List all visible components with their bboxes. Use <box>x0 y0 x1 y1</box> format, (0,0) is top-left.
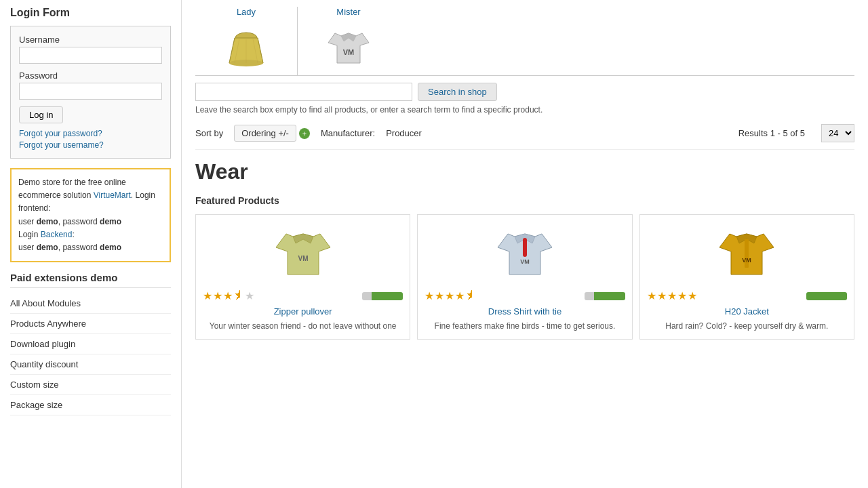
search-input[interactable] <box>195 83 412 101</box>
login-button[interactable]: Log in <box>19 106 63 123</box>
username-label: Username <box>19 35 162 45</box>
sidebar: Login Form Username Password Log in Forg… <box>0 0 182 488</box>
product-description: Fine feathers make fine birds - time to … <box>435 321 616 332</box>
sort-by-label: Sort by <box>195 128 223 138</box>
product-rating-row: ★★★⯨★ <box>203 289 403 302</box>
category-mister[interactable]: Mister VM <box>298 7 399 75</box>
forgot-password-link[interactable]: Forgot your password? <box>19 129 162 138</box>
mister-link[interactable]: Mister <box>336 7 360 17</box>
product-image: VM <box>494 222 555 283</box>
backend-link[interactable]: Backend <box>41 230 73 239</box>
star-group: ★★★★★ <box>647 289 697 302</box>
star-half: ⯨ <box>233 289 244 302</box>
demo-pw-val: demo <box>100 217 121 226</box>
password-label: Password <box>19 70 162 81</box>
manufacturer-label: Manufacturer: <box>321 128 375 138</box>
stock-bar <box>585 292 625 300</box>
star-half: ⯨ <box>465 289 476 302</box>
demo-info-box: Demo store for the free online ecommerce… <box>10 168 171 262</box>
product-description: Your winter season friend - do not leave… <box>210 321 397 332</box>
demo-pw-label: password <box>62 217 100 226</box>
products-grid: VM ★★★⯨★ Zipper pullover Your winter sea… <box>195 214 854 340</box>
star-group: ★★★★⯨ <box>425 289 476 302</box>
svg-text:VM: VM <box>343 48 355 56</box>
product-card: VM ★★★★★ H20 Jacket Hard rain? Cold? - k… <box>639 214 854 340</box>
add-ordering-button[interactable]: + <box>299 128 310 139</box>
login-links: Forgot your password? Forgot your userna… <box>19 129 162 150</box>
virtuemart-link[interactable]: VirtueMart <box>94 190 131 200</box>
manufacturer-value: Producer <box>386 128 422 138</box>
main-content: Lady Mister VM Searc <box>182 0 868 488</box>
sidebar-nav-item[interactable]: Products Anywhere <box>10 314 171 334</box>
sidebar-nav-item[interactable]: Download plugin <box>10 334 171 354</box>
product-rating-row: ★★★★★ <box>647 289 847 302</box>
login-box: Username Password Log in Forgot your pas… <box>10 26 171 159</box>
lady-link[interactable]: Lady <box>237 7 256 17</box>
ordering-group: Ordering +/- + <box>234 125 310 142</box>
product-card: VM ★★★★⯨ Dress Shirt with tie Fine feath… <box>417 214 632 340</box>
demo-backend-pw-label: password <box>62 243 100 252</box>
product-image: VM <box>273 222 334 283</box>
paid-ext-title: Paid extensions demo <box>10 272 171 288</box>
svg-rect-16 <box>523 238 527 257</box>
star-full: ★ <box>425 289 434 302</box>
stock-empty <box>585 292 594 300</box>
stock-bar <box>362 292 403 300</box>
demo-backend-colon: : <box>72 230 74 239</box>
results-count: Results 1 - 5 of 5 <box>738 128 805 138</box>
product-rating-row: ★★★★⯨ <box>425 289 625 302</box>
svg-text:VM: VM <box>298 255 308 262</box>
product-name-link[interactable]: Dress Shirt with tie <box>488 306 561 317</box>
stock-empty <box>362 292 372 300</box>
star-group: ★★★⯨★ <box>203 289 254 302</box>
product-image: VM <box>716 222 777 283</box>
star-full: ★ <box>667 289 677 302</box>
star-full: ★ <box>203 289 212 302</box>
search-hint: Leave the search box empty to find all p… <box>195 105 854 115</box>
login-form-title: Login Form <box>10 7 171 19</box>
stock-bar <box>806 292 847 300</box>
demo-backend-prefix: Login <box>18 230 41 239</box>
star-full: ★ <box>445 289 454 302</box>
sidebar-nav-item[interactable]: Quantity discount <box>10 354 171 375</box>
password-input[interactable] <box>19 83 162 100</box>
page-title: Wear <box>195 159 854 184</box>
star-full: ★ <box>435 289 444 302</box>
featured-title: Featured Products <box>195 195 854 206</box>
stock-fill <box>806 292 847 300</box>
product-card: VM ★★★⯨★ Zipper pullover Your winter sea… <box>195 214 410 340</box>
star-full: ★ <box>647 289 656 302</box>
sidebar-nav-item[interactable]: All About Modules <box>10 293 171 314</box>
star-full: ★ <box>213 289 222 302</box>
sidebar-nav: All About ModulesProducts AnywhereDownlo… <box>10 293 171 415</box>
star-full: ★ <box>657 289 667 302</box>
product-name-link[interactable]: Zipper pullover <box>274 306 332 317</box>
sidebar-nav-item[interactable]: Custom size <box>10 375 171 395</box>
svg-text:VM: VM <box>743 257 752 264</box>
category-lady[interactable]: Lady <box>195 7 298 75</box>
lady-icon <box>222 21 270 68</box>
star-full: ★ <box>688 289 697 302</box>
category-row: Lady Mister VM <box>195 7 854 76</box>
controls-bar: Sort by Ordering +/- + Manufacturer: Pro… <box>195 124 854 150</box>
per-page-select[interactable]: 2481632 <box>821 124 854 142</box>
product-description: Hard rain? Cold? - keep yourself dry & w… <box>665 321 828 332</box>
star-full: ★ <box>455 289 465 302</box>
search-bar: Search in shop <box>195 83 854 101</box>
demo-user: demo <box>37 217 58 226</box>
ordering-button[interactable]: Ordering +/- <box>234 125 296 142</box>
stock-fill <box>372 292 403 300</box>
search-button[interactable]: Search in shop <box>418 83 497 101</box>
svg-text:VM: VM <box>520 258 530 265</box>
stock-fill <box>594 292 625 300</box>
demo-backend-user: demo <box>37 243 58 252</box>
demo-backend-pw: demo <box>100 243 121 252</box>
star-full: ★ <box>677 289 687 302</box>
forgot-username-link[interactable]: Forgot your username? <box>19 140 162 150</box>
username-input[interactable] <box>19 47 162 64</box>
product-name-link[interactable]: H20 Jacket <box>725 306 769 317</box>
star-full: ★ <box>223 289 233 302</box>
star-empty: ★ <box>245 289 254 302</box>
mister-icon: VM <box>325 21 372 68</box>
sidebar-nav-item[interactable]: Package size <box>10 395 171 415</box>
